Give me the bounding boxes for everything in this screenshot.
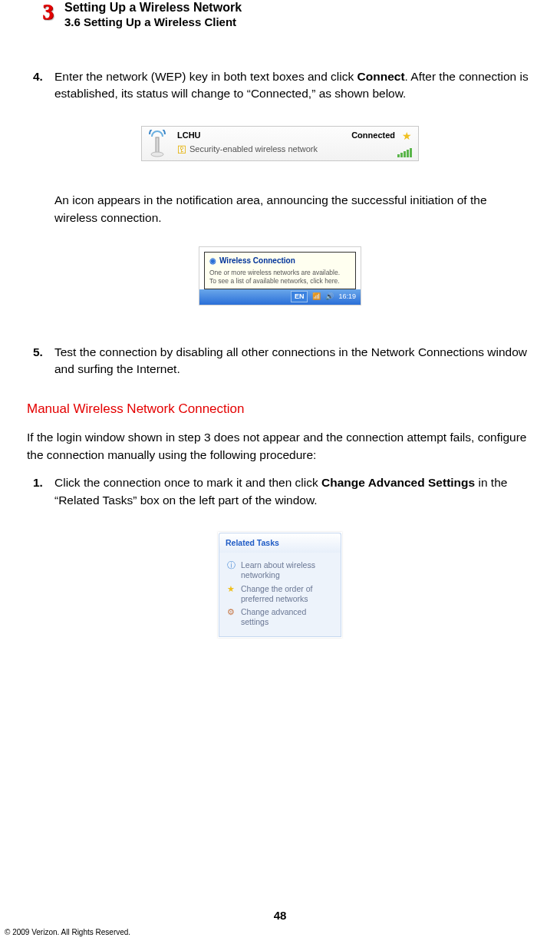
manual-step-1: 1. Click the connection once to mark it … (33, 474, 533, 509)
figure-notification-balloon: ◉ Wireless Connection One or more wirele… (199, 246, 361, 305)
figure-related-tasks: Related Tasks ⓘ Learn about wireless net… (218, 532, 342, 638)
network-security-line: ⚿ Security-enabled wireless network (177, 144, 318, 157)
related-task-order[interactable]: ★ Change the order of preferred networks (226, 584, 334, 604)
gear-icon: ⚙ (226, 607, 236, 617)
related-task-label: Change the order of preferred networks (241, 584, 334, 604)
related-task-label: Change advanced settings (241, 607, 334, 627)
related-tasks-header: Related Tasks (219, 533, 341, 553)
related-task-label: Learn about wireless networking (241, 560, 334, 580)
chapter-number: 3 (42, 0, 54, 23)
step-body: Test the connection by disabling all oth… (54, 344, 533, 378)
tray-sound-icon: 🔊 (325, 292, 334, 302)
balloon-tooltip: ◉ Wireless Connection One or more wirele… (204, 252, 356, 289)
balloon-wireless-icon: ◉ (209, 256, 216, 267)
mstep1-bold: Change Advanced Settings (321, 476, 475, 489)
subheading-manual: Manual Wireless Network Connection (27, 400, 533, 419)
related-task-learn[interactable]: ⓘ Learn about wireless networking (226, 560, 334, 580)
step4-bold: Connect (357, 70, 405, 83)
tray-wireless-icon: 📶 (312, 292, 321, 302)
network-status: Connected (351, 130, 395, 142)
step-number: 4. (33, 68, 54, 103)
balloon-line2: To see a list of available networks, cli… (209, 277, 351, 286)
svg-point-1 (151, 152, 163, 157)
star-icon: ★ (226, 584, 236, 594)
network-ssid: LCHU (177, 130, 201, 142)
section-title: 3.6 Setting Up a Wireless Client (64, 15, 242, 30)
step-number: 5. (33, 344, 54, 378)
svg-rect-0 (156, 137, 159, 153)
step-body: Enter the network (WEP) key in both text… (54, 68, 533, 103)
lock-icon: ⚿ (177, 144, 186, 157)
step4-pre: Enter the network (WEP) key in both text… (54, 70, 357, 83)
wireless-antenna-icon (147, 130, 168, 157)
step-body: Click the connection once to mark it and… (54, 474, 533, 509)
favorite-star-icon: ★ (402, 128, 412, 144)
balloon-title: Wireless Connection (219, 256, 295, 267)
after-fig1-paragraph: An icon appears in the notification area… (54, 192, 530, 226)
copyright-line: © 2009 Verizon. All Rights Reserved. (5, 927, 130, 939)
page-number: 48 (0, 907, 560, 924)
language-indicator: EN (291, 291, 308, 302)
security-text: Security-enabled wireless network (189, 144, 318, 156)
step-number: 1. (33, 474, 54, 509)
manual-intro-paragraph: If the login window shown in step 3 does… (27, 429, 533, 464)
chapter-title: Setting Up a Wireless Network (64, 0, 242, 15)
chapter-header: 3 Setting Up a Wireless Network 3.6 Sett… (42, 0, 533, 30)
mstep1-pre: Click the connection once to mark it and… (54, 476, 321, 489)
step-5: 5. Test the connection by disabling all … (33, 344, 533, 378)
taskbar-clock: 16:19 (338, 292, 356, 302)
taskbar: EN 📶 🔊 16:19 (199, 289, 361, 305)
step-4: 4. Enter the network (WEP) key in both t… (33, 68, 533, 103)
balloon-line1: One or more wireless networks are availa… (209, 269, 351, 277)
info-icon: ⓘ (226, 560, 236, 570)
signal-bars-icon (397, 148, 412, 157)
related-task-advanced[interactable]: ⚙ Change advanced settings (226, 607, 334, 627)
figure-network-item: LCHU Connected ★ ⚿ Security-enabled wire… (141, 126, 419, 161)
